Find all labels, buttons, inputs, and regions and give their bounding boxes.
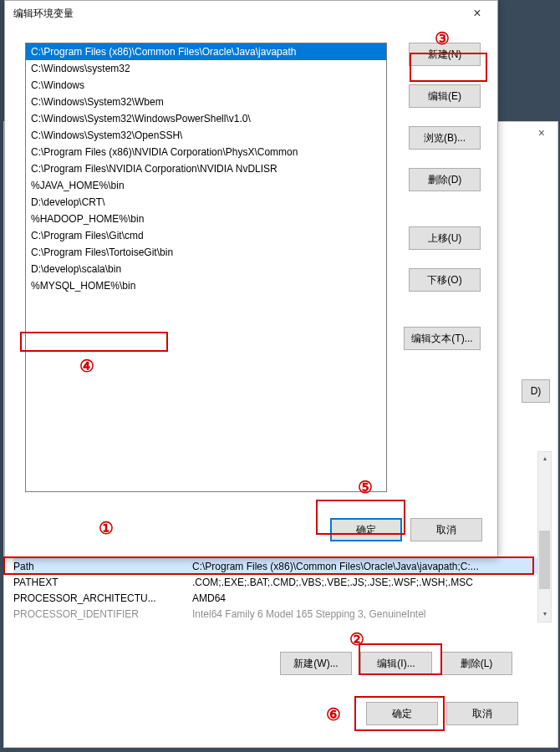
- scroll-down-icon[interactable]: ▾: [538, 607, 551, 622]
- close-icon[interactable]: ×: [461, 2, 494, 25]
- list-item[interactable]: C:\Windows\System32\OpenSSH\: [26, 127, 386, 144]
- partial-button[interactable]: D): [522, 379, 550, 403]
- table-row[interactable]: PATHEXT .COM;.EXE;.BAT;.CMD;.VBS;.VBE;.J…: [13, 574, 548, 590]
- titlebar: 编辑环境变量 ×: [5, 1, 497, 26]
- list-item[interactable]: C:\Windows\system32: [26, 60, 386, 77]
- var-value: .COM;.EXE;.BAT;.CMD;.VBS;.VBE;.JS;.JSE;.…: [192, 577, 548, 588]
- list-item[interactable]: C:\Program Files (x86)\NVIDIA Corporatio…: [26, 144, 386, 160]
- table-row[interactable]: Path C:\Program Files (x86)\Common Files…: [13, 558, 548, 574]
- var-name: PATHEXT: [13, 577, 192, 588]
- var-value: C:\Program Files (x86)\Common Files\Orac…: [192, 561, 548, 572]
- var-name: PROCESSOR_IDENTIFIER: [13, 608, 192, 620]
- ok-button[interactable]: 确定: [366, 702, 438, 725]
- scrollbar-vertical[interactable]: ▴ ▾: [537, 451, 552, 622]
- list-item[interactable]: %JAVA_HOME%\bin: [26, 177, 386, 194]
- list-item[interactable]: D:\develop\CRT\: [26, 194, 386, 211]
- list-item[interactable]: D:\develop\scala\bin: [26, 261, 386, 277]
- var-name: PROCESSOR_ARCHITECTU...: [13, 592, 192, 604]
- close-icon[interactable]: ×: [538, 126, 545, 140]
- delete-button[interactable]: 删除(L): [440, 652, 512, 675]
- move-up-button[interactable]: 上移(U): [409, 226, 481, 250]
- move-down-button[interactable]: 下移(O): [409, 268, 481, 292]
- list-item[interactable]: C:\Program Files (x86)\Common Files\Orac…: [26, 43, 386, 60]
- button-column: 新建(N) 编辑(E) 浏览(B)... 删除(D) 上移(U) 下移(O) 编…: [387, 43, 481, 548]
- cancel-button[interactable]: 取消: [410, 518, 482, 541]
- system-variables-list: Path C:\Program Files (x86)\Common Files…: [13, 558, 548, 622]
- list-item[interactable]: %HADOOP_HOME%\bin: [26, 211, 386, 227]
- edit-button[interactable]: 编辑(I)...: [360, 652, 432, 675]
- new-button[interactable]: 新建(W)...: [280, 652, 352, 675]
- list-item[interactable]: C:\Program Files\Git\cmd: [26, 227, 386, 244]
- scroll-thumb[interactable]: [539, 531, 550, 589]
- var-name: Path: [13, 561, 192, 572]
- var-value: Intel64 Family 6 Model 165 Stepping 3, G…: [192, 608, 548, 620]
- final-button-row: 确定 取消: [366, 702, 518, 725]
- dialog-title: 编辑环境变量: [13, 7, 74, 21]
- scroll-up-icon[interactable]: ▴: [538, 452, 551, 466]
- edit-env-dialog: 编辑环境变量 × C:\Program Files (x86)\Common F…: [4, 0, 498, 557]
- table-row[interactable]: PROCESSOR_ARCHITECTU... AMD64: [13, 590, 548, 606]
- lower-button-row: 新建(W)... 编辑(I)... 删除(L): [280, 652, 512, 675]
- dialog-footer: 确定 取消: [330, 518, 482, 541]
- list-item[interactable]: C:\Program Files\TortoiseGit\bin: [26, 244, 386, 261]
- delete-button[interactable]: 删除(D): [409, 168, 481, 191]
- new-button[interactable]: 新建(N): [409, 43, 481, 66]
- browse-button[interactable]: 浏览(B)...: [409, 126, 481, 150]
- edit-text-button[interactable]: 编辑文本(T)...: [404, 327, 481, 350]
- list-item[interactable]: C:\Windows\System32\WindowsPowerShell\v1…: [26, 110, 386, 127]
- list-item[interactable]: %MYSQL_HOME%\bin: [26, 277, 386, 294]
- ok-button[interactable]: 确定: [330, 518, 402, 541]
- cancel-button[interactable]: 取消: [446, 702, 518, 725]
- var-value: AMD64: [192, 592, 548, 604]
- list-item[interactable]: C:\Program Files\NVIDIA Corporation\NVID…: [26, 160, 386, 177]
- list-item[interactable]: C:\Windows: [26, 77, 386, 94]
- list-item[interactable]: C:\Windows\System32\Wbem: [26, 94, 386, 110]
- edit-button[interactable]: 编辑(E): [409, 84, 481, 108]
- path-list[interactable]: C:\Program Files (x86)\Common Files\Orac…: [25, 43, 387, 492]
- table-row[interactable]: PROCESSOR_IDENTIFIER Intel64 Family 6 Mo…: [13, 606, 548, 622]
